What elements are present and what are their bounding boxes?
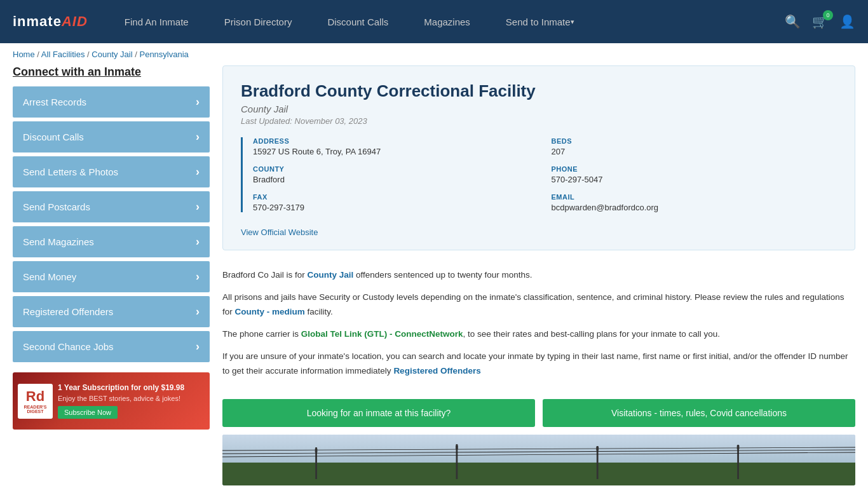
sidebar-title: Connect with an Inmate [13,65,210,79]
action-buttons: Looking for an inmate at this facility? … [222,399,855,427]
nav-send-to-inmate[interactable]: Send to Inmate [488,0,592,43]
breadcrumb-all-facilities[interactable]: All Facilities [41,50,85,59]
detail-phone: PHONE 570-297-5047 [552,165,837,184]
sidebar-item-discount-calls[interactable]: Discount Calls › [13,121,210,152]
desc-link-gtl[interactable]: Global Tel Link (GTL) - ConnectNetwork [301,329,463,339]
sidebar-item-label: Discount Calls [23,132,84,142]
logo-part2: AID [62,13,88,29]
email-label: EMAIL [552,193,837,201]
desc-text-4a: If you are unsure of your inmate's locat… [222,351,848,376]
breadcrumb-home[interactable]: Home [13,50,35,59]
description-paragraph-2: All prisons and jails have Security or C… [222,290,855,320]
fax-label: FAX [253,193,539,201]
ad-logo: Rd READER'S DIGEST [18,384,53,419]
arrow-icon: › [196,200,200,214]
desc-link-county-jail[interactable]: County Jail [308,270,354,280]
arrow-icon: › [196,130,200,144]
desc-text-3a: The phone carrier is [222,329,301,339]
desc-text-1a: Bradford Co Jail is for [222,270,308,280]
logo-part1: inmate [13,13,62,29]
breadcrumb-county-jail[interactable]: County Jail [92,50,132,59]
facility-type: County Jail [241,104,837,114]
sidebar: Connect with an Inmate Arrest Records › … [13,65,210,485]
sidebar-item-send-postcards[interactable]: Send Postcards › [13,191,210,222]
sidebar-item-label: Arrest Records [23,97,86,107]
arrow-icon: › [196,305,200,318]
sidebar-item-label: Send Postcards [23,201,90,212]
desc-link-county-medium[interactable]: County - medium [235,307,305,316]
sidebar-ad: Rd READER'S DIGEST 1 Year Subscription f… [13,372,210,430]
facility-details: ADDRESS 15927 US Route 6, Troy, PA 16947… [241,137,837,212]
facility-description: Bradford Co Jail is for County Jail offe… [222,261,855,394]
fax-value: 570-297-3179 [253,203,539,212]
detail-email: EMAIL bcdpwarden@bradfordco.org [552,193,837,212]
county-value: Bradford [253,175,539,184]
arrow-icon: › [196,235,200,248]
arrow-icon: › [196,270,200,283]
detail-fax: FAX 570-297-3179 [253,193,539,212]
nav-discount-calls[interactable]: Discount Calls [309,0,406,43]
sidebar-item-send-magazines[interactable]: Send Magazines › [13,226,210,257]
county-label: COUNTY [253,165,539,173]
breadcrumb-pennsylvania[interactable]: Pennsylvania [139,50,188,59]
user-icon[interactable]: 👤 [839,14,855,29]
facility-wires-svg [222,435,855,485]
arrow-icon: › [196,95,200,109]
detail-address: ADDRESS 15927 US Route 6, Troy, PA 16947 [253,137,539,156]
email-value: bcdpwarden@bradfordco.org [552,203,837,212]
desc-text-2b: facility. [305,307,333,316]
ad-logo-initials: Rd [26,388,44,405]
nav-links: Find An Inmate Prison Directory Discount… [107,0,785,43]
nav-magazines[interactable]: Magazines [406,0,488,43]
btn-find-inmate[interactable]: Looking for an inmate at this facility? [222,399,535,427]
description-paragraph-1: Bradford Co Jail is for County Jail offe… [222,268,855,283]
arrow-icon: › [196,340,200,353]
navbar: inmateAID Find An Inmate Prison Director… [0,0,868,43]
content-area: Bradford County Correctional Facility Co… [222,65,855,485]
nav-find-inmate[interactable]: Find An Inmate [107,0,207,43]
detail-beds: BEDS 207 [552,137,837,156]
sidebar-item-registered-offenders[interactable]: Registered Offenders › [13,296,210,327]
phone-value: 570-297-5047 [552,175,837,184]
view-website-link[interactable]: View Official Website [241,227,318,237]
ad-subscribe-button[interactable]: Subscribe Now [58,406,118,419]
beds-value: 207 [552,147,837,156]
description-paragraph-3: The phone carrier is Global Tel Link (GT… [222,327,855,342]
logo-text: inmateAID [13,13,88,30]
ad-subtitle: Enjoy the BEST stories, advice & jokes! [58,395,205,402]
sidebar-item-label: Send Letters & Photos [23,166,118,177]
cart-icon[interactable]: 🛒 0 [812,14,828,29]
address-label: ADDRESS [253,137,539,145]
main-layout: Connect with an Inmate Arrest Records › … [0,65,868,488]
nav-icons: 🔍 🛒 0 👤 [785,14,855,29]
sidebar-item-label: Send Magazines [23,236,94,247]
ad-title: 1 Year Subscription for only $19.98 [58,383,205,392]
arrow-icon: › [196,165,200,179]
sidebar-item-send-money[interactable]: Send Money › [13,261,210,292]
cart-badge: 0 [823,10,833,20]
search-icon[interactable]: 🔍 [785,14,801,29]
sidebar-item-label: Send Money [23,271,76,282]
btn-visitations[interactable]: Visitations - times, rules, Covid cancel… [543,399,855,427]
facility-image [222,435,855,485]
logo[interactable]: inmateAID [13,13,88,30]
breadcrumb: Home / All Facilities / County Jail / Pe… [0,43,868,65]
description-paragraph-4: If you are unsure of your inmate's locat… [222,349,855,379]
desc-text-1b: offenders sentenced up to twenty four mo… [353,270,532,280]
desc-link-registered-offenders[interactable]: Registered Offenders [393,366,480,376]
facility-updated: Last Updated: November 03, 2023 [241,116,837,126]
beds-label: BEDS [552,137,837,145]
facility-name: Bradford County Correctional Facility [241,81,837,101]
sidebar-item-arrest-records[interactable]: Arrest Records › [13,86,210,118]
nav-prison-directory[interactable]: Prison Directory [207,0,310,43]
sidebar-item-second-chance-jobs[interactable]: Second Chance Jobs › [13,331,210,362]
sidebar-item-send-letters[interactable]: Send Letters & Photos › [13,156,210,187]
address-value: 15927 US Route 6, Troy, PA 16947 [253,147,539,156]
ad-logo-sub: READER'S DIGEST [18,405,53,414]
phone-label: PHONE [552,165,837,173]
sidebar-item-label: Second Chance Jobs [23,341,114,352]
facility-card: Bradford County Correctional Facility Co… [222,65,855,250]
sidebar-item-label: Registered Offenders [23,306,113,317]
detail-county: COUNTY Bradford [253,165,539,184]
ad-content: 1 Year Subscription for only $19.98 Enjo… [58,383,205,419]
